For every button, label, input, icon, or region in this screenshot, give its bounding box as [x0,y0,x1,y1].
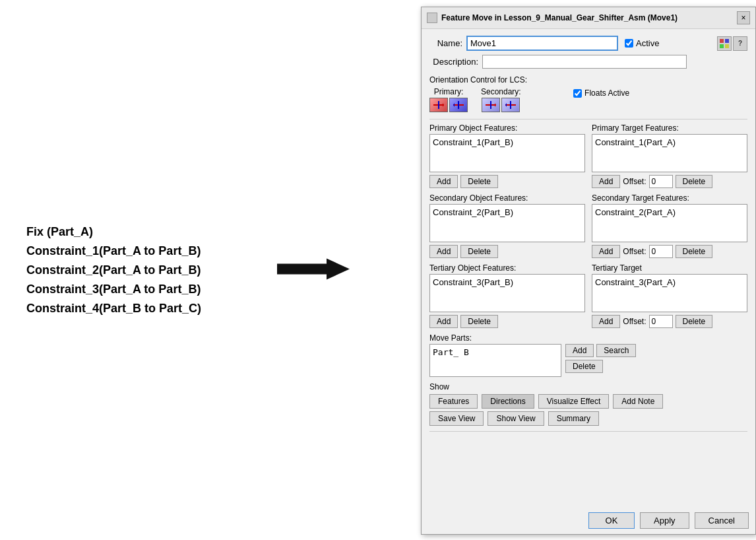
primary-target-add-button[interactable]: Add [592,175,620,188]
floats-active-checkbox[interactable] [573,89,582,98]
tertiary-features-row: Tertiary Object Features: Constraint_3(P… [429,263,747,328]
primary-target-section: Primary Target Features: Constraint_1(Pa… [592,123,747,188]
dialog-icon [427,13,437,23]
desc-input[interactable] [482,55,687,69]
summary-button[interactable]: Summary [548,411,599,426]
primary-lcs-icons [429,98,468,112]
active-checkbox[interactable] [625,39,633,48]
svg-rect-2 [725,39,729,43]
primary-target-value: Constraint_1(Part_A) [595,137,676,147]
floats-active-label: Floats Active [584,88,629,98]
tertiary-target-add-button[interactable]: Add [592,315,620,328]
orientation-section: Orientation Control for LCS: Primary: [429,75,747,112]
secondary-features-row: Secondary Object Features: Constraint_2(… [429,193,747,258]
show-label: Show [429,382,747,391]
primary-target-label: Primary Target Features: [592,123,747,133]
secondary-target-box: Constraint_2(Part_A) [592,204,747,242]
svg-marker-7 [443,103,444,107]
features-button[interactable]: Features [429,394,478,409]
name-input[interactable] [466,36,618,51]
secondary-target-label: Secondary Target Features: [592,193,747,203]
svg-marker-16 [505,103,507,107]
tertiary-object-box: Constraint_3(Part_B) [429,274,585,312]
secondary-lcs-icons [482,98,520,112]
tertiary-object-add-button[interactable]: Add [429,315,458,328]
primary-target-buttons: Add Offset: Delete [592,175,747,188]
secondary-object-value: Constraint_2(Part_B) [433,207,513,217]
active-label: Active [636,38,659,48]
question-icon-btn[interactable]: ? [733,36,747,51]
secondary-target-section: Secondary Target Features: Constraint_2(… [592,193,747,258]
bottom-bar: OK Apply Cancel [588,512,749,529]
secondary-object-add-button[interactable]: Add [429,245,458,258]
visualize-button[interactable]: Visualize Effect [538,394,610,409]
help-icon-btn[interactable] [717,36,732,51]
left-panel: Fix (Part_A) Constraint_1(Part_A to Part… [0,0,419,540]
primary-target-box: Constraint_1(Part_A) [592,134,747,172]
tertiary-object-buttons: Add Delete [429,315,585,328]
primary-object-add-button[interactable]: Add [429,175,458,188]
primary-object-box: Constraint_1(Part_B) [429,134,585,172]
secondary-object-label: Secondary Object Features: [429,193,585,203]
primary-offset-input[interactable] [649,175,673,188]
tertiary-target-buttons: Add Offset: Delete [592,315,747,328]
secondary-icon-1[interactable] [482,98,500,112]
svg-rect-1 [720,39,724,43]
svg-marker-10 [453,103,455,107]
arrow [277,256,350,285]
tertiary-offset-input[interactable] [649,315,673,328]
tertiary-offset-group: Offset: [623,315,672,328]
move-parts-right-buttons: Add Search Delete [565,344,636,373]
secondary-icon-2[interactable] [501,98,520,112]
save-view-button[interactable]: Save View [429,411,484,426]
name-row: Name: Active ? [429,36,747,51]
dialog-titlebar: Feature Move in Lesson_9_Manual_Gear_Shi… [422,7,755,29]
secondary-offset-group: Offset: [623,245,672,258]
tertiary-object-delete-button[interactable]: Delete [460,315,498,328]
primary-target-delete-button[interactable]: Delete [676,175,713,188]
show-view-button[interactable]: Show View [488,411,544,426]
directions-button[interactable]: Directions [482,394,534,409]
primary-icon-2[interactable] [449,98,468,112]
secondary-offset-label: Offset: [623,247,646,256]
move-parts-delete-button[interactable]: Delete [565,360,603,373]
left-item-3: Constraint_2(Part_A to Part_B) [26,263,201,277]
secondary-target-delete-button[interactable]: Delete [676,245,713,258]
apply-button[interactable]: Apply [640,512,689,529]
tertiary-target-label: Tertiary Target [592,263,747,273]
primary-lcs-label: Primary: [434,87,464,96]
dialog-body: Name: Active ? [422,29,755,442]
primary-features-row: Primary Object Features: Constraint_1(Pa… [429,123,747,188]
primary-object-section: Primary Object Features: Constraint_1(Pa… [429,123,585,188]
dialog-title: Feature Move in Lesson_9_Manual_Gear_Shi… [427,13,677,23]
primary-offset-label: Offset: [623,177,646,186]
ok-button[interactable]: OK [588,512,635,529]
left-item-5: Constraint_4(Part_B to Part_C) [26,302,201,316]
show-buttons-row-1: Features Directions Visualize Effect Add… [429,394,747,409]
desc-row: Description: [429,55,747,69]
secondary-target-add-button[interactable]: Add [592,245,620,258]
secondary-offset-input[interactable] [649,245,673,258]
tertiary-offset-label: Offset: [623,317,646,326]
tertiary-object-section: Tertiary Object Features: Constraint_3(P… [429,263,585,328]
primary-object-delete-button[interactable]: Delete [460,175,498,188]
secondary-object-box: Constraint_2(Part_B) [429,204,585,242]
desc-label: Description: [429,57,478,67]
lcs-group: Primary: [429,87,527,112]
secondary-object-buttons: Add Delete [429,245,585,258]
secondary-object-delete-button[interactable]: Delete [460,245,498,258]
close-button[interactable]: × [737,11,750,24]
cancel-button[interactable]: Cancel [695,512,749,529]
primary-icon-1[interactable] [429,98,448,112]
add-note-button[interactable]: Add Note [613,394,663,409]
secondary-lcs-label: Secondary: [481,87,521,96]
move-parts-add-button[interactable]: Add [565,344,594,357]
move-parts-search-button[interactable]: Search [596,344,636,357]
tertiary-target-delete-button[interactable]: Delete [676,315,713,328]
left-item-2: Constraint_1(Part_A to Part_B) [26,244,201,258]
orientation-controls: Orientation Control for LCS: Primary: [429,75,747,112]
show-buttons-row-2: Save View Show View Summary [429,411,747,426]
move-parts-input[interactable]: Part_ B [429,344,561,377]
feature-move-dialog: Feature Move in Lesson_9_Manual_Gear_Shi… [421,7,756,535]
svg-marker-13 [495,103,496,107]
